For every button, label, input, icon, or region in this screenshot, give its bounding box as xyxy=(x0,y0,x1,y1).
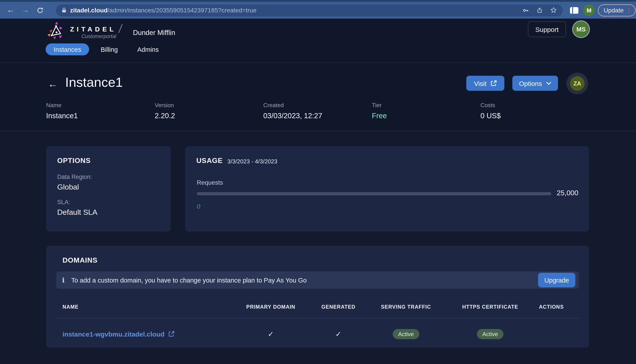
url-path: /admin/instances/203559051542397185?crea… xyxy=(108,7,257,14)
external-link-icon xyxy=(490,80,497,86)
share-icon[interactable] xyxy=(537,7,542,14)
addressbar-actions xyxy=(523,7,557,14)
address-bar[interactable]: zitadel.cloud/admin/instances/2035590515… xyxy=(56,4,563,16)
options-label: Options xyxy=(519,80,542,87)
meta-costs: Costs 0 US$ xyxy=(480,102,589,120)
zitadel-logo-icon[interactable] xyxy=(46,21,67,42)
browser-reload-button[interactable] xyxy=(35,7,45,14)
browser-toolbar: ← → zitadel.cloud/admin/instances/203559… xyxy=(0,2,636,18)
browser-update-button[interactable]: Update ⋮ xyxy=(598,4,635,16)
primary-domain-check-icon: ✓ xyxy=(226,330,315,338)
options-card: OPTIONS Data Region: Global SLA: Default… xyxy=(46,146,171,232)
meta-created: Created 03/03/2023, 12:27 xyxy=(263,102,372,120)
instance-meta: Name Instance1 Version 2.20.2 Created 03… xyxy=(46,102,589,120)
tab-billing[interactable]: Billing xyxy=(93,44,126,55)
data-region-label: Data Region: xyxy=(57,174,92,180)
usage-metric-label: Requests xyxy=(197,179,223,186)
col-serving-traffic: SERVING TRAFFIC xyxy=(362,304,450,310)
usage-progress-bar xyxy=(197,192,551,195)
usage-period: 3/3/2023 - 4/3/2023 xyxy=(227,158,277,165)
usage-card-title: USAGE xyxy=(196,157,223,165)
browser-chrome: ← → zitadel.cloud/admin/instances/203559… xyxy=(0,0,636,18)
serving-traffic-cell: Active xyxy=(362,329,450,339)
brand-block: ZITADEL Customerportal xyxy=(70,25,116,39)
back-button[interactable]: ← xyxy=(48,78,58,90)
tab-instances[interactable]: Instances xyxy=(46,44,89,55)
tab-admins[interactable]: Admins xyxy=(129,44,167,55)
external-link-icon[interactable] xyxy=(168,331,175,337)
org-name: Dunder Mifflin xyxy=(133,29,175,37)
sla-value: Default SLA xyxy=(57,208,97,217)
url-text: zitadel.cloud/admin/instances/2035590515… xyxy=(70,7,256,14)
upgrade-button[interactable]: Upgrade xyxy=(538,273,575,288)
usage-used: 0 xyxy=(197,203,200,210)
instance-avatar-ring[interactable]: ZA xyxy=(566,72,588,94)
meta-version: Version 2.20.2 xyxy=(155,102,263,120)
data-region-value: Global xyxy=(57,183,79,192)
browser-profile-avatar[interactable]: M xyxy=(583,4,595,16)
main-tabs: Instances Billing Admins xyxy=(46,44,167,55)
screen: ← → zitadel.cloud/admin/instances/203559… xyxy=(0,0,636,364)
page-title: Instance1 xyxy=(65,75,123,90)
table-row: instance1-wgvbmu.zitadel.cloud ✓ ✓ Activ… xyxy=(63,321,573,347)
breadcrumb-divider: / xyxy=(118,22,123,36)
https-certificate-cell: Active xyxy=(450,329,530,339)
domains-card: DOMAINS ℹ To add a custom domain, you ha… xyxy=(46,246,589,348)
browser-menu-icon[interactable]: ⋮ xyxy=(626,7,631,14)
col-actions: ACTIONS xyxy=(530,304,573,310)
side-panel-icon[interactable] xyxy=(570,7,578,14)
usage-limit: 25,000 xyxy=(557,189,578,197)
info-icon: ℹ xyxy=(62,276,65,284)
usage-card: USAGE 3/3/2023 - 4/3/2023 Requests 25,00… xyxy=(185,146,589,232)
app-header: ZITADEL Customerportal / Dunder Mifflin … xyxy=(0,18,636,63)
content-area: OPTIONS Data Region: Global SLA: Default… xyxy=(0,132,636,364)
generated-check-icon: ✓ xyxy=(315,330,362,338)
col-name: NAME xyxy=(63,304,226,310)
user-avatar[interactable]: MS xyxy=(572,20,590,38)
instance-avatar: ZA xyxy=(570,76,585,91)
table-divider xyxy=(56,318,579,318)
col-generated: GENERATED xyxy=(315,304,362,310)
reload-icon xyxy=(37,7,43,14)
col-https-certificate: HTTPS CERTIFICATE xyxy=(450,304,530,310)
serving-traffic-badge: Active xyxy=(393,329,419,339)
options-card-title: OPTIONS xyxy=(57,157,91,165)
upgrade-banner: ℹ To add a custom domain, you have to ch… xyxy=(56,272,579,289)
col-primary-domain: PRIMARY DOMAIN xyxy=(226,304,315,310)
visit-button[interactable]: Visit xyxy=(466,76,504,91)
meta-name: Name Instance1 xyxy=(46,102,155,120)
url-host: zitadel.cloud xyxy=(70,7,108,14)
options-button[interactable]: Options xyxy=(512,76,558,91)
bookmark-star-icon[interactable] xyxy=(550,7,557,14)
update-label: Update xyxy=(604,7,623,14)
domain-name: instance1-wgvbmu.zitadel.cloud xyxy=(63,330,164,338)
meta-tier: Tier Free xyxy=(372,102,480,120)
domains-table-header: NAME PRIMARY DOMAIN GENERATED SERVING TR… xyxy=(63,304,573,310)
brand-name: ZITADEL xyxy=(70,25,116,33)
support-button[interactable]: Support xyxy=(528,21,566,37)
https-certificate-badge: Active xyxy=(477,329,503,339)
chevron-down-icon xyxy=(546,82,551,85)
domains-card-title: DOMAINS xyxy=(63,256,98,264)
browser-back-button[interactable]: ← xyxy=(5,6,16,14)
key-icon[interactable] xyxy=(523,7,529,14)
domain-link[interactable]: instance1-wgvbmu.zitadel.cloud xyxy=(63,330,226,338)
banner-text: To add a custom domain, you have to chan… xyxy=(71,276,306,284)
brand-subtitle: Customerportal xyxy=(81,34,116,39)
instance-header: ← Instance1 Visit Options ZA Name Instan… xyxy=(0,63,636,131)
browser-tabstrip xyxy=(0,0,636,2)
browser-forward-button[interactable]: → xyxy=(20,6,31,14)
visit-label: Visit xyxy=(474,80,486,87)
sla-label: SLA: xyxy=(57,199,70,206)
lock-icon xyxy=(62,7,67,13)
